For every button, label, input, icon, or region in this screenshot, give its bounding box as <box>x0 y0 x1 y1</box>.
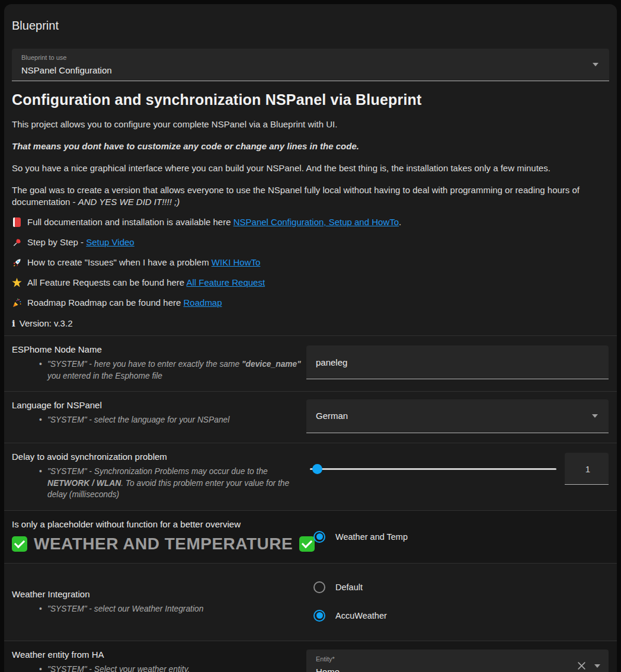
radio-selected-icon[interactable] <box>313 531 325 543</box>
esphome-node-name-input[interactable] <box>306 345 609 379</box>
check-mark-icon <box>299 536 315 552</box>
radio-default-label: Default <box>335 583 363 592</box>
radio-default[interactable]: Default <box>306 581 609 593</box>
roadmap-link-item: Roadmap Roadmap can be found here Roadma… <box>12 297 609 309</box>
feature-request-link-text: All Feature Requests can be found here A… <box>27 277 265 289</box>
clear-icon[interactable] <box>577 661 587 671</box>
language-select[interactable]: German <box>306 399 609 433</box>
check-mark-icon <box>12 536 27 552</box>
blueprint-select-label: Blueprint to use <box>21 54 66 61</box>
wiki-howto-link-text: How to create "Issues" when I have a pro… <box>27 257 260 268</box>
form-rows: ESPhome Node Name "SYSTEM" - here you ha… <box>4 335 617 672</box>
delay-slider[interactable] <box>306 453 558 485</box>
radio-unselected-icon[interactable] <box>313 581 325 593</box>
row-weather-integration: Weather Integration "SYSTEM" - select ou… <box>4 563 617 641</box>
setup-video-link-item: Step by Step - Setup Video <box>12 236 609 248</box>
chevron-down-icon[interactable] <box>593 63 598 66</box>
weather-integration-label: Weather Integration <box>12 588 306 600</box>
intro-paragraph-2: That means you dont have to customize an… <box>12 140 609 152</box>
radio-accuweather[interactable]: AccuWeather <box>306 610 609 622</box>
chevron-down-icon[interactable] <box>594 664 600 668</box>
setup-video-link[interactable]: Setup Video <box>86 237 134 247</box>
intro-paragraph-1: This project allows you to configure you… <box>12 119 609 130</box>
blueprint-select-value: NSPanel Configuration <box>21 65 112 75</box>
entity-field-label: Entity* <box>316 655 335 663</box>
weather-entity-picker[interactable]: Entity* Home <box>306 649 609 672</box>
intro-heading: Configuration and synchronization NSPane… <box>12 91 609 108</box>
placeholder-label: Is only a placeholder without function f… <box>12 519 306 530</box>
delay-label: Delay to avoid synchronization problem <box>12 451 306 463</box>
radio-weather-and-temp-label: Weather and Temp <box>335 532 408 542</box>
star-icon <box>12 278 22 288</box>
weather-entity-description: "SYSTEM" - Select your weather entity. <box>39 664 306 672</box>
roadmap-link[interactable]: Roadmap <box>184 297 222 308</box>
row-esphome-node-name: ESPhome Node Name "SYSTEM" - here you ha… <box>4 335 617 391</box>
red-book-icon <box>12 217 22 228</box>
feature-request-link-item: All Feature Requests can be found here A… <box>12 277 609 289</box>
setup-video-link-text: Step by Step - Setup Video <box>27 236 135 248</box>
language-description: "SYSTEM" - select the language for your … <box>39 414 306 426</box>
delay-value-field[interactable] <box>565 453 609 485</box>
version-text: Version: v.3.2 <box>20 318 73 329</box>
page-title: Blueprint <box>12 18 609 33</box>
weather-temperature-heading-line: WEATHER AND TEMPERATURE <box>12 535 306 553</box>
row-weather-entity: Weather entity from HA "SYSTEM" - Select… <box>4 641 617 672</box>
row-language: Language for NSPanel "SYSTEM" - select t… <box>4 391 617 443</box>
rocket-icon <box>12 258 22 268</box>
wiki-howto-link[interactable]: WIKI HowTo <box>212 257 261 267</box>
radio-selected-icon[interactable] <box>313 610 325 622</box>
feature-request-link[interactable]: All Feature Request <box>187 277 265 287</box>
blueprint-card: Blueprint Blueprint to use NSPanel Confi… <box>4 4 617 672</box>
blueprint-select[interactable]: Blueprint to use NSPanel Configuration <box>12 49 609 81</box>
version-line: i Version: v.3.2 <box>12 318 609 329</box>
pushpin-icon <box>12 238 22 248</box>
entity-field-value: Home <box>316 667 340 672</box>
delay-value-input[interactable] <box>565 453 611 485</box>
intro-paragraph-4: The goal was to create a version that al… <box>12 184 609 208</box>
weather-entity-label: Weather entity from HA <box>12 649 306 661</box>
intro-section: Configuration and synchronization NSPane… <box>12 91 609 329</box>
esphome-node-name-description: "SYSTEM" - here you have to enter exactl… <box>39 359 306 382</box>
radio-accuweather-label: AccuWeather <box>335 611 387 620</box>
wiki-howto-link-item: How to create "Issues" when I have a pro… <box>12 257 609 268</box>
roadmap-link-text: Roadmap Roadmap can be found here Roadma… <box>27 297 222 309</box>
delay-description: "SYSTEM" - Synchronization Problems may … <box>39 466 306 501</box>
doc-link-item: Full documentation and installation is a… <box>12 216 609 228</box>
esphome-node-name-field[interactable] <box>306 345 609 379</box>
info-icon: i <box>12 318 15 329</box>
esphome-node-name-label: ESPhome Node Name <box>12 344 306 356</box>
chevron-down-icon[interactable] <box>592 414 598 418</box>
radio-weather-and-temp[interactable]: Weather and Temp <box>306 531 408 543</box>
slider-thumb[interactable] <box>312 464 322 474</box>
language-label: Language for NSPanel <box>12 399 306 411</box>
weather-temperature-heading: WEATHER AND TEMPERATURE <box>34 535 293 553</box>
weather-integration-description: "SYSTEM" - select our Weather Integratio… <box>39 603 306 615</box>
page-background: Blueprint Blueprint to use NSPanel Confi… <box>0 0 621 672</box>
intro-paragraph-3: So you have a nice graphical interface w… <box>12 162 609 174</box>
intro-paragraph-4-italic: AND YES WE DID IT!!!! ;) <box>78 197 180 207</box>
row-delay: Delay to avoid synchronization problem "… <box>4 443 617 510</box>
party-popper-icon <box>12 298 22 308</box>
row-weather-placeholder: Is only a placeholder without function f… <box>4 510 617 563</box>
language-select-value: German <box>306 399 609 432</box>
doc-link-text: Full documentation and installation is a… <box>27 216 401 228</box>
slider-track[interactable] <box>310 468 556 470</box>
doc-link[interactable]: NSPanel Configuration, Setup and HowTo <box>233 217 399 227</box>
